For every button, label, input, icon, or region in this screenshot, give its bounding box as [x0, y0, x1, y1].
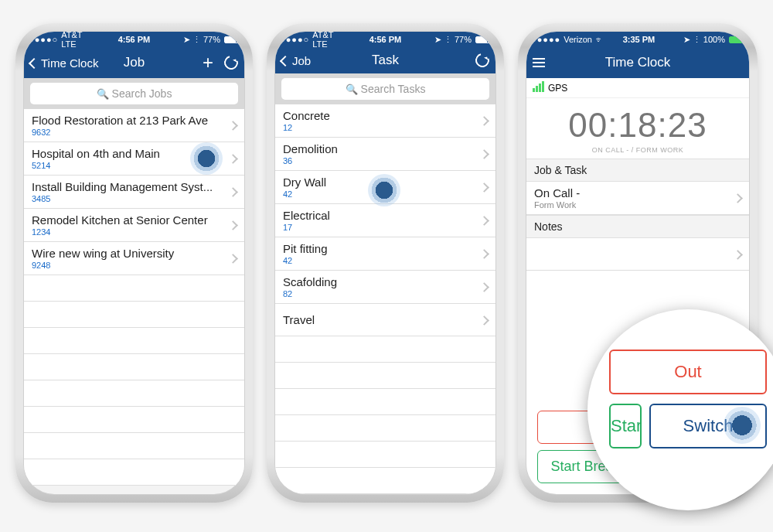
gps-row: GPS [526, 78, 749, 98]
section-notes: Notes [526, 215, 749, 238]
add-button[interactable]: + [203, 53, 213, 72]
status-left: ●●●●○ AT&T LTE [280, 31, 350, 49]
timer-block: 00:18:23 ON CALL - / FORM WORK [526, 98, 749, 159]
status-right: ➤ ⋮ 77% [169, 35, 240, 45]
empty-row [275, 336, 495, 363]
search-input[interactable]: 🔍 Search Jobs [30, 83, 238, 104]
status-left: ●●●●● Verizon ᯤ [531, 35, 604, 44]
job-title: Wire new wing at University [32, 247, 225, 260]
mag-out-label: Out [674, 362, 701, 381]
task-row[interactable]: Concrete 12 [275, 104, 495, 138]
task-title: Pit fitting [283, 242, 476, 255]
battery-pct: 77% [203, 35, 220, 44]
mag-start-break-button[interactable]: Star [609, 404, 642, 448]
job-row[interactable]: Flood Restoration at 213 Park Ave 9632 [24, 109, 244, 142]
menu-button[interactable] [533, 58, 545, 67]
status-bar: ●●●●○ AT&T LTE 4:56 PM ➤ ⋮ 77% [275, 32, 495, 47]
job-row[interactable]: Install Building Management Syst... 3485 [24, 176, 244, 209]
refresh-button[interactable] [222, 53, 241, 73]
row-content: Demolition 36 [283, 142, 476, 165]
search-placeholder: Search Jobs [112, 87, 172, 100]
row-content: Electrical 17 [283, 209, 476, 232]
phone-job-list: ●●●●○ AT&T LTE 4:56 PM ➤ ⋮ 77% Time Cloc… [15, 23, 253, 503]
empty-row [24, 433, 244, 459]
jobtask-row[interactable]: On Call - Form Work [526, 182, 749, 215]
empty-rows [275, 336, 495, 494]
empty-row [24, 302, 244, 328]
mag-start-label: Star [611, 416, 642, 435]
chevron-right-icon [230, 118, 237, 132]
location-icon: ➤ [683, 35, 690, 45]
carrier-label: AT&T LTE [61, 31, 99, 49]
row-content: Flood Restoration at 213 Park Ave 9632 [32, 114, 225, 137]
empty-row [275, 363, 495, 389]
bluetooth-icon: ⋮ [693, 35, 701, 45]
carrier-label: Verizon [564, 35, 592, 44]
chevron-right-icon [230, 251, 237, 265]
empty-row [24, 380, 244, 407]
chevron-right-icon [734, 191, 741, 205]
job-title: Remodel Kitchen at Senior Center [32, 213, 225, 227]
task-list: Concrete 12 Demolition 36 Dry Wall 42 [275, 104, 495, 494]
empty-row [275, 468, 495, 494]
search-input[interactable]: 🔍 Search Tasks [281, 78, 489, 100]
chevron-right-icon [230, 218, 237, 232]
notes-row[interactable] [526, 238, 749, 271]
location-icon: ➤ [183, 35, 190, 45]
timer-value: 00:18:23 [526, 106, 749, 145]
bluetooth-icon: ⋮ [444, 35, 452, 45]
nav-right [475, 53, 489, 67]
signal-dots-icon: ●●●●○ [29, 35, 58, 44]
search-wrap: 🔍 Search Tasks [275, 73, 495, 104]
refresh-button[interactable] [473, 51, 492, 70]
task-row[interactable]: Pit fitting 42 [275, 237, 495, 271]
empty-row [275, 415, 495, 442]
empty-row [275, 389, 495, 415]
nav-title: Task [281, 53, 489, 68]
empty-row [24, 407, 244, 433]
job-list: Flood Restoration at 213 Park Ave 9632 H… [24, 109, 244, 486]
empty-row [24, 275, 244, 302]
task-row[interactable]: Scafolding 82 [275, 271, 495, 304]
job-row[interactable]: Wire new wing at University 9248 [24, 242, 244, 275]
back-button[interactable]: Job [281, 54, 311, 67]
wifi-icon: ᯤ [595, 35, 604, 44]
task-title: Concrete [283, 109, 476, 122]
task-count: 17 [283, 223, 476, 232]
status-time: 4:56 PM [350, 35, 421, 44]
mag-switch-button[interactable]: Switch [649, 404, 767, 448]
nav-bar: Job Task [275, 47, 495, 73]
back-button[interactable]: Time Clock [30, 56, 98, 70]
job-row[interactable]: Hospital on 4th and Main 5214 [24, 142, 244, 176]
task-title: Scafolding [283, 275, 476, 288]
task-title: Travel [283, 313, 476, 326]
row-content: Travel [283, 313, 476, 327]
mag-clock-out-button[interactable]: Out [609, 350, 767, 394]
job-row[interactable]: Remodel Kitchen at Senior Center 1234 [24, 209, 244, 242]
search-icon: 🔍 [346, 84, 358, 95]
task-row[interactable]: Travel [275, 304, 495, 336]
hamburger-icon [533, 58, 545, 67]
task-count: 42 [283, 189, 476, 199]
task-row[interactable]: Dry Wall 42 [275, 171, 495, 204]
chevron-right-icon [481, 280, 488, 294]
chevron-right-icon [734, 247, 741, 261]
chevron-right-icon [230, 152, 237, 165]
row-content: Hospital on 4th and Main 5214 [32, 147, 225, 170]
battery-icon [475, 36, 491, 43]
task-count: 42 [283, 256, 476, 265]
phone-screen: ●●●●○ AT&T LTE 4:56 PM ➤ ⋮ 77% Time Cloc… [23, 31, 245, 495]
job-code: 3485 [32, 194, 225, 203]
phone-time-clock-wrap: ●●●●● Verizon ᯤ 3:35 PM ➤ ⋮ 100% Time Cl… [518, 23, 758, 503]
task-row[interactable]: Electrical 17 [275, 204, 495, 237]
bluetooth-icon: ⋮ [192, 35, 201, 45]
row-content: Scafolding 82 [283, 275, 476, 298]
empty-rows [24, 275, 244, 486]
task-row[interactable]: Demolition 36 [275, 138, 495, 171]
jobtask-sub: Form Work [534, 200, 730, 210]
section-jobtask: Job & Task [526, 159, 749, 182]
chevron-right-icon [481, 114, 488, 128]
nav-right: + [203, 53, 238, 72]
back-label: Time Clock [41, 56, 98, 70]
task-count: 36 [283, 156, 476, 165]
